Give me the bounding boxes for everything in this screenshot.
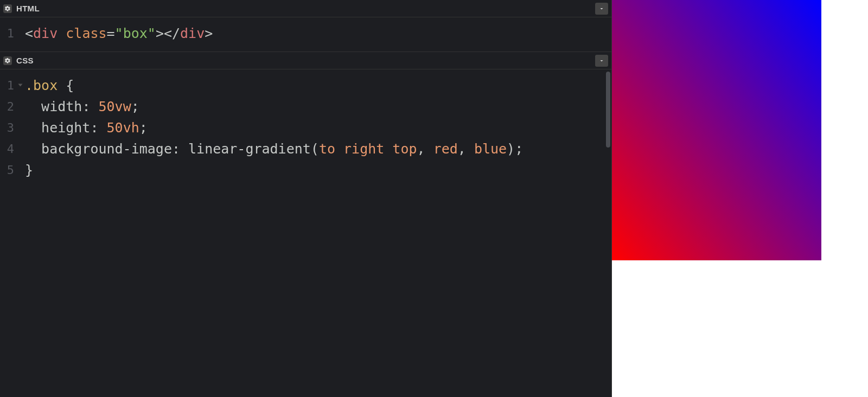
css-code[interactable]: .box { width: 50vw; height: 50vh; backgr… xyxy=(0,69,611,186)
html-panel-header: HTML xyxy=(0,0,611,17)
preview-pane xyxy=(612,0,868,397)
html-panel: HTML 1 <div class="box"></div> xyxy=(0,0,611,52)
chevron-down-icon[interactable] xyxy=(595,3,608,15)
line-number: 1 xyxy=(0,75,18,96)
css-gutter: 12345 xyxy=(0,69,18,397)
html-code[interactable]: <div class="box"></div> xyxy=(0,17,611,49)
css-panel-title: CSS xyxy=(16,56,34,65)
line-number: 1 xyxy=(0,23,18,44)
scrollbar-track[interactable] xyxy=(605,69,610,397)
css-code-area[interactable]: 12345 .box { width: 50vw; height: 50vh; … xyxy=(0,69,611,397)
html-panel-title-wrap: HTML xyxy=(0,4,40,13)
scrollbar-thumb[interactable] xyxy=(606,72,610,148)
html-gutter: 1 xyxy=(0,17,18,52)
preview-gradient-box xyxy=(612,0,821,260)
line-number: 5 xyxy=(0,159,18,181)
line-number: 3 xyxy=(0,117,18,138)
html-code-area[interactable]: 1 <div class="box"></div> xyxy=(0,17,611,52)
line-number: 2 xyxy=(0,96,18,117)
css-panel-title-wrap: CSS xyxy=(0,56,34,65)
chevron-down-icon[interactable] xyxy=(595,55,608,67)
css-panel-header: CSS xyxy=(0,52,611,69)
gear-icon[interactable] xyxy=(3,4,12,13)
css-panel: CSS 12345 .box { width: 50vw; height: 50… xyxy=(0,52,611,397)
line-number: 4 xyxy=(0,138,18,159)
gear-icon[interactable] xyxy=(3,56,12,65)
editor-column: HTML 1 <div class="box"></div> CSS 123 xyxy=(0,0,612,397)
html-panel-title: HTML xyxy=(16,4,40,13)
